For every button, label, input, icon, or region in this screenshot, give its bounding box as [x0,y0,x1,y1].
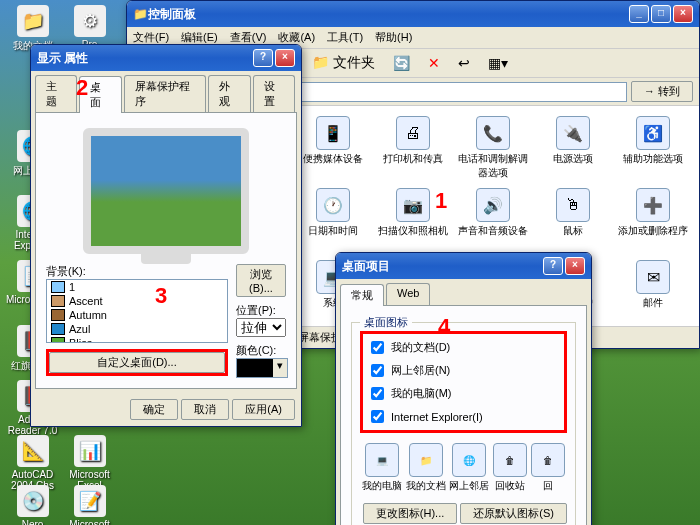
folder-icon: 📁 [133,7,148,21]
maximize-button[interactable]: □ [651,5,671,23]
cancel-button[interactable]: 取消 [181,399,229,420]
dialog-buttons: 确定 取消 应用(A) [31,393,301,426]
close-button[interactable]: × [275,49,295,67]
item-label: 我的文档 [406,479,446,493]
control-panel-item[interactable]: 🔊声音和音频设备 [457,188,529,252]
tab[interactable]: 外观 [208,75,250,112]
desktop-items-dialog: 桌面项目 ? × 常规 Web 桌面图标 我的文档(D) 网上邻居(N) 我的电… [335,252,592,525]
tab-web[interactable]: Web [386,283,430,305]
annotation-2: 2 [76,75,88,101]
cp-icon: 🔌 [556,116,590,150]
apply-button[interactable]: 应用(A) [232,399,295,420]
icon-item[interactable]: 🗑回收站 [493,443,527,493]
icon-label: Microsoft Word [62,519,117,525]
close-button[interactable]: × [673,5,693,23]
ok-button[interactable]: 确定 [130,399,178,420]
icon-item[interactable]: 🗑回 [531,443,565,493]
cp-icon: 📷 [396,188,430,222]
item-icon: 💻 [365,443,399,477]
checkbox-item[interactable]: 我的文档(D) [367,338,450,357]
desktop-icon[interactable]: 📝Microsoft Word [62,485,117,525]
background-listbox[interactable]: 1AscentAutumnAzulBlissBlue Lace 16 [46,279,228,343]
control-panel-item[interactable]: ♿辅助功能选项 [617,116,689,180]
go-button[interactable]: → 转到 [631,81,693,102]
list-item[interactable]: Azul [47,322,227,336]
desktop-icon[interactable]: 📊Microsoft Excel [62,435,117,491]
cp-icon: ✉ [636,260,670,294]
app-icon: 📝 [74,485,106,517]
restore-default-button[interactable]: 还原默认图标(S) [460,503,567,524]
tab[interactable]: 屏幕保护程序 [124,75,207,112]
close-button[interactable]: × [565,257,585,275]
control-panel-item[interactable]: 📱便携媒体设备 [297,116,369,180]
control-panel-item[interactable]: 📞电话和调制解调器选项 [457,116,529,180]
browse-button[interactable]: 浏览(B)... [236,264,286,297]
item-icon: 📁 [409,443,443,477]
desktop-icon[interactable]: 💿Nero StartSmart [5,485,60,525]
checkbox-item[interactable]: 网上邻居(N) [367,361,450,380]
cp-icon: 🕐 [316,188,350,222]
sync-icon[interactable]: 🔄 [387,53,416,73]
tab-general[interactable]: 常规 [340,284,384,306]
item-label: 回收站 [493,479,527,493]
menu-item[interactable]: 查看(V) [230,30,267,45]
delete-icon[interactable]: ✕ [422,53,446,73]
control-panel-item[interactable]: ➕添加或删除程序 [617,188,689,252]
views-button[interactable]: ▦▾ [482,53,514,73]
help-button[interactable]: ? [543,257,563,275]
display-properties-dialog: 显示 属性 ? × 主题桌面屏幕保护程序外观设置 背景(K): 1AscentA… [30,44,302,427]
menu-item[interactable]: 编辑(E) [181,30,218,45]
menu-item[interactable]: 工具(T) [327,30,363,45]
list-item[interactable]: Bliss [47,336,227,343]
icon-item[interactable]: 📁我的文档 [406,443,446,493]
control-panel-item[interactable]: 🕐日期和时间 [297,188,369,252]
monitor-preview [83,128,249,254]
list-item[interactable]: Ascent [47,294,227,308]
item-label: 我的电脑 [362,479,402,493]
help-button[interactable]: ? [253,49,273,67]
minimize-button[interactable]: _ [629,5,649,23]
icon-row: 💻我的电脑📁我的文档🌐网上邻居🗑回收站🗑回 [360,443,567,493]
cp-icon: 📞 [476,116,510,150]
app-icon: 💿 [17,485,49,517]
menu-item[interactable]: 帮助(H) [375,30,412,45]
checkbox-item[interactable]: Internet Explorer(I) [367,407,483,426]
menu-item[interactable]: 文件(F) [133,30,169,45]
cp-label: 电源选项 [537,152,609,166]
app-icon: 📁 [17,5,49,37]
list-item[interactable]: Autumn [47,308,227,322]
annotation-3: 3 [155,283,167,309]
cp-icon: 📱 [316,116,350,150]
change-icon-button[interactable]: 更改图标(H)... [363,503,457,524]
cp-label: 打印机和传真 [377,152,449,166]
control-panel-item[interactable]: ✉邮件 [617,260,689,316]
desktop-icon[interactable]: 📐AutoCAD 2004 Chs [5,435,60,491]
icon-item[interactable]: 💻我的电脑 [362,443,402,493]
tab[interactable]: 设置 [253,75,295,112]
checkbox-item[interactable]: 我的电脑(M) [367,384,452,403]
tab-body-general: 桌面图标 我的文档(D) 网上邻居(N) 我的电脑(M) Internet Ex… [340,305,587,525]
control-panel-item[interactable]: 🔌电源选项 [537,116,609,180]
undo-icon[interactable]: ↩ [452,53,476,73]
position-select[interactable]: 拉伸 [236,318,286,337]
item-icon: 🗑 [531,443,565,477]
window-title: 控制面板 [148,6,629,23]
cp-icon: ♿ [636,116,670,150]
customize-desktop-button[interactable]: 自定义桌面(D)... [49,352,225,373]
cp-icon: 🖱 [556,188,590,222]
list-item[interactable]: 1 [47,280,227,294]
control-panel-item[interactable]: 🖨打印机和传真 [377,116,449,180]
control-panel-item[interactable]: 🖱鼠标 [537,188,609,252]
app-icon: ⚙ [74,5,106,37]
tab-row: 主题桌面屏幕保护程序外观设置 [31,71,301,112]
cp-label: 添加或删除程序 [617,224,689,238]
folders-button[interactable]: 📁 文件夹 [306,52,381,74]
cp-label: 鼠标 [537,224,609,238]
cp-label: 辅助功能选项 [617,152,689,166]
tab[interactable]: 主题 [35,75,77,112]
desktop: 📁我的文档⚙Pro ENGINEER🌐网上邻居🌐Internet Explore… [0,0,700,525]
cp-label: 邮件 [617,296,689,310]
item-icon: 🗑 [493,443,527,477]
icon-item[interactable]: 🌐网上邻居 [449,443,489,493]
menu-item[interactable]: 收藏(A) [278,30,315,45]
